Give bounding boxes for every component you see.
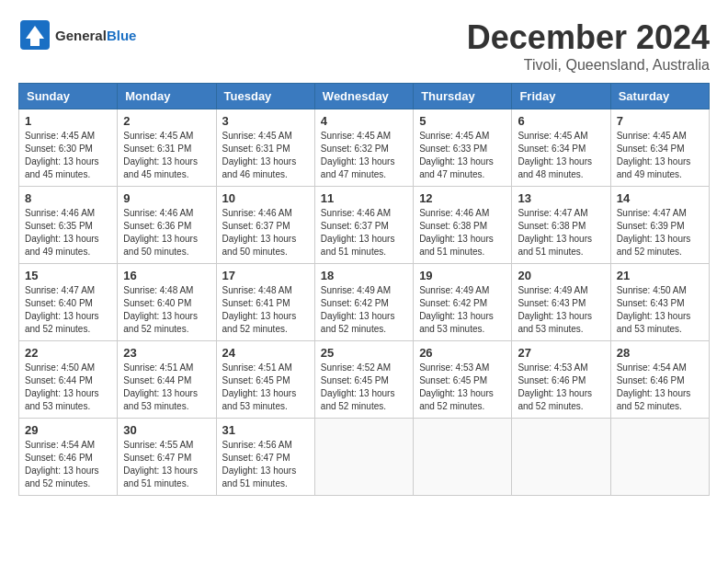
logo-blue: Blue bbox=[107, 28, 137, 43]
week-row-3: 15Sunrise: 4:47 AMSunset: 6:40 PMDayligh… bbox=[19, 264, 710, 341]
day-number: 14 bbox=[617, 191, 703, 205]
day-cell bbox=[512, 419, 610, 496]
svg-rect-2 bbox=[30, 39, 40, 46]
day-cell: 7Sunrise: 4:45 AMSunset: 6:34 PMDaylight… bbox=[610, 109, 709, 187]
day-cell: 29Sunrise: 4:54 AMSunset: 6:46 PMDayligh… bbox=[19, 419, 118, 496]
month-title: December 2024 bbox=[467, 18, 710, 57]
day-cell: 21Sunrise: 4:50 AMSunset: 6:43 PMDayligh… bbox=[610, 264, 709, 341]
day-number: 1 bbox=[25, 114, 111, 128]
day-cell: 2Sunrise: 4:45 AMSunset: 6:31 PMDaylight… bbox=[118, 109, 216, 187]
day-number: 31 bbox=[222, 423, 309, 437]
day-cell: 16Sunrise: 4:48 AMSunset: 6:40 PMDayligh… bbox=[118, 264, 216, 341]
day-info: Sunrise: 4:45 AMSunset: 6:30 PMDaylight:… bbox=[25, 130, 111, 181]
day-number: 16 bbox=[123, 269, 210, 282]
day-info: Sunrise: 4:53 AMSunset: 6:46 PMDaylight:… bbox=[518, 362, 604, 413]
day-info: Sunrise: 4:45 AMSunset: 6:34 PMDaylight:… bbox=[617, 130, 703, 181]
day-info: Sunrise: 4:45 AMSunset: 6:32 PMDaylight:… bbox=[321, 130, 407, 181]
day-info: Sunrise: 4:47 AMSunset: 6:38 PMDaylight:… bbox=[518, 207, 604, 259]
day-cell: 10Sunrise: 4:46 AMSunset: 6:37 PMDayligh… bbox=[216, 187, 314, 264]
day-info: Sunrise: 4:51 AMSunset: 6:44 PMDaylight:… bbox=[123, 362, 210, 413]
day-number: 18 bbox=[321, 269, 407, 282]
day-cell: 3Sunrise: 4:45 AMSunset: 6:31 PMDaylight… bbox=[216, 109, 314, 187]
day-number: 26 bbox=[419, 346, 506, 360]
day-cell: 19Sunrise: 4:49 AMSunset: 6:42 PMDayligh… bbox=[414, 264, 512, 341]
week-row-1: 1Sunrise: 4:45 AMSunset: 6:30 PMDaylight… bbox=[19, 109, 710, 187]
day-cell: 6Sunrise: 4:45 AMSunset: 6:34 PMDaylight… bbox=[512, 109, 610, 187]
day-cell bbox=[610, 419, 709, 496]
day-cell: 4Sunrise: 4:45 AMSunset: 6:32 PMDaylight… bbox=[314, 109, 413, 187]
day-number: 9 bbox=[123, 191, 210, 205]
day-number: 24 bbox=[222, 346, 309, 360]
day-info: Sunrise: 4:51 AMSunset: 6:45 PMDaylight:… bbox=[222, 362, 309, 413]
day-cell: 8Sunrise: 4:46 AMSunset: 6:35 PMDaylight… bbox=[19, 187, 118, 264]
day-info: Sunrise: 4:49 AMSunset: 6:43 PMDaylight:… bbox=[518, 284, 604, 336]
logo-icon bbox=[18, 18, 51, 52]
day-cell: 9Sunrise: 4:46 AMSunset: 6:36 PMDaylight… bbox=[118, 187, 216, 264]
day-number: 6 bbox=[518, 114, 604, 128]
day-info: Sunrise: 4:46 AMSunset: 6:38 PMDaylight:… bbox=[419, 207, 506, 259]
day-cell: 26Sunrise: 4:53 AMSunset: 6:45 PMDayligh… bbox=[414, 341, 512, 419]
day-info: Sunrise: 4:49 AMSunset: 6:42 PMDaylight:… bbox=[321, 284, 407, 336]
weekday-header-tuesday: Tuesday bbox=[216, 84, 314, 109]
day-cell: 14Sunrise: 4:47 AMSunset: 6:39 PMDayligh… bbox=[610, 187, 709, 264]
weekday-header-friday: Friday bbox=[512, 84, 610, 109]
day-info: Sunrise: 4:50 AMSunset: 6:43 PMDaylight:… bbox=[617, 284, 703, 336]
day-info: Sunrise: 4:46 AMSunset: 6:37 PMDaylight:… bbox=[321, 207, 407, 259]
day-cell: 20Sunrise: 4:49 AMSunset: 6:43 PMDayligh… bbox=[512, 264, 610, 341]
day-info: Sunrise: 4:48 AMSunset: 6:40 PMDaylight:… bbox=[123, 284, 210, 336]
day-cell: 24Sunrise: 4:51 AMSunset: 6:45 PMDayligh… bbox=[216, 341, 314, 419]
day-number: 27 bbox=[518, 346, 604, 360]
day-number: 12 bbox=[419, 191, 506, 205]
weekday-header-monday: Monday bbox=[118, 84, 216, 109]
weekday-header-row: SundayMondayTuesdayWednesdayThursdayFrid… bbox=[19, 84, 710, 109]
day-cell bbox=[314, 419, 413, 496]
week-row-4: 22Sunrise: 4:50 AMSunset: 6:44 PMDayligh… bbox=[19, 341, 710, 419]
day-number: 30 bbox=[123, 423, 210, 437]
weekday-header-saturday: Saturday bbox=[610, 84, 709, 109]
day-number: 17 bbox=[222, 269, 309, 282]
day-number: 29 bbox=[25, 423, 111, 437]
day-cell: 25Sunrise: 4:52 AMSunset: 6:45 PMDayligh… bbox=[314, 341, 413, 419]
day-info: Sunrise: 4:46 AMSunset: 6:35 PMDaylight:… bbox=[25, 207, 111, 259]
day-info: Sunrise: 4:49 AMSunset: 6:42 PMDaylight:… bbox=[419, 284, 506, 336]
logo: GeneralBlue bbox=[18, 18, 136, 52]
day-number: 5 bbox=[419, 114, 506, 128]
day-cell bbox=[414, 419, 512, 496]
logo-general: General bbox=[55, 28, 107, 43]
day-cell: 30Sunrise: 4:55 AMSunset: 6:47 PMDayligh… bbox=[118, 419, 216, 496]
day-number: 10 bbox=[222, 191, 309, 205]
weekday-header-sunday: Sunday bbox=[19, 84, 118, 109]
day-info: Sunrise: 4:50 AMSunset: 6:44 PMDaylight:… bbox=[25, 362, 111, 413]
day-number: 15 bbox=[25, 269, 111, 282]
day-cell: 13Sunrise: 4:47 AMSunset: 6:38 PMDayligh… bbox=[512, 187, 610, 264]
day-number: 11 bbox=[321, 191, 407, 205]
day-info: Sunrise: 4:56 AMSunset: 6:47 PMDaylight:… bbox=[222, 439, 309, 490]
day-number: 8 bbox=[25, 191, 111, 205]
day-cell: 22Sunrise: 4:50 AMSunset: 6:44 PMDayligh… bbox=[19, 341, 118, 419]
day-number: 25 bbox=[321, 346, 407, 360]
day-info: Sunrise: 4:55 AMSunset: 6:47 PMDaylight:… bbox=[123, 439, 210, 490]
day-cell: 18Sunrise: 4:49 AMSunset: 6:42 PMDayligh… bbox=[314, 264, 413, 341]
day-cell: 23Sunrise: 4:51 AMSunset: 6:44 PMDayligh… bbox=[118, 341, 216, 419]
day-cell: 28Sunrise: 4:54 AMSunset: 6:46 PMDayligh… bbox=[610, 341, 709, 419]
day-cell: 5Sunrise: 4:45 AMSunset: 6:33 PMDaylight… bbox=[414, 109, 512, 187]
day-cell: 11Sunrise: 4:46 AMSunset: 6:37 PMDayligh… bbox=[314, 187, 413, 264]
day-number: 20 bbox=[518, 269, 604, 282]
title-block: December 2024 Tivoli, Queensland, Austra… bbox=[467, 18, 710, 74]
day-number: 19 bbox=[419, 269, 506, 282]
day-number: 3 bbox=[222, 114, 309, 128]
week-row-2: 8Sunrise: 4:46 AMSunset: 6:35 PMDaylight… bbox=[19, 187, 710, 264]
day-number: 23 bbox=[123, 346, 210, 360]
day-cell: 27Sunrise: 4:53 AMSunset: 6:46 PMDayligh… bbox=[512, 341, 610, 419]
day-info: Sunrise: 4:45 AMSunset: 6:34 PMDaylight:… bbox=[518, 130, 604, 181]
day-info: Sunrise: 4:47 AMSunset: 6:40 PMDaylight:… bbox=[25, 284, 111, 336]
location-title: Tivoli, Queensland, Australia bbox=[467, 57, 710, 74]
page-header: GeneralBlue December 2024 Tivoli, Queens… bbox=[18, 18, 710, 74]
calendar-table: SundayMondayTuesdayWednesdayThursdayFrid… bbox=[18, 83, 710, 496]
day-info: Sunrise: 4:45 AMSunset: 6:31 PMDaylight:… bbox=[222, 130, 309, 181]
day-info: Sunrise: 4:54 AMSunset: 6:46 PMDaylight:… bbox=[25, 439, 111, 490]
day-number: 2 bbox=[123, 114, 210, 128]
weekday-header-wednesday: Wednesday bbox=[314, 84, 413, 109]
day-info: Sunrise: 4:45 AMSunset: 6:31 PMDaylight:… bbox=[123, 130, 210, 181]
day-cell: 12Sunrise: 4:46 AMSunset: 6:38 PMDayligh… bbox=[414, 187, 512, 264]
